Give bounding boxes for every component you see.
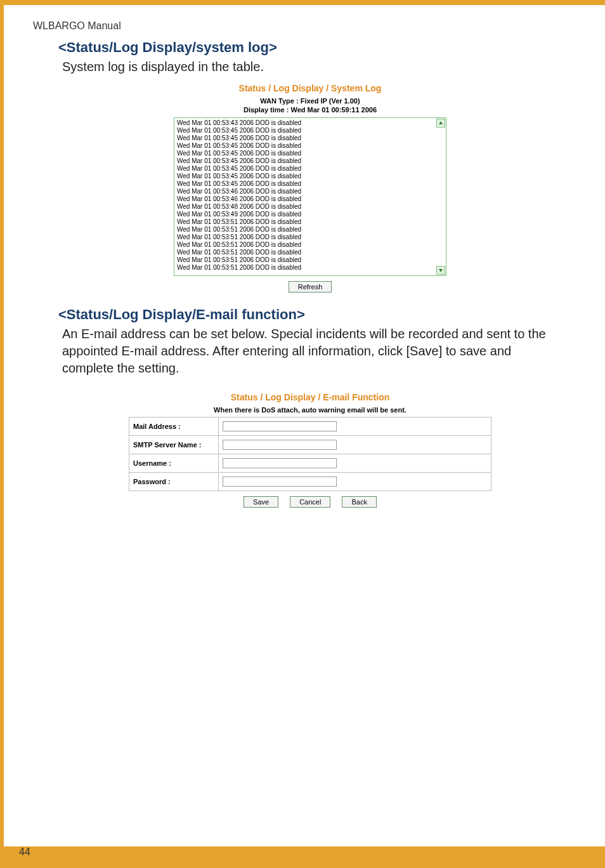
cancel-button[interactable]: Cancel xyxy=(290,496,330,508)
log-line: Wed Mar 01 00:53:43 2006 DOD is disabled xyxy=(177,119,434,127)
log-line: Wed Mar 01 00:53:45 2006 DOD is disabled xyxy=(177,180,434,188)
save-button[interactable]: Save xyxy=(244,496,278,508)
log-line: Wed Mar 01 00:53:45 2006 DOD is disabled xyxy=(177,157,434,165)
section2-text: An E-mail address can be set below. Spec… xyxy=(62,326,561,377)
log-line: Wed Mar 01 00:53:49 2006 DOD is disabled xyxy=(177,211,434,218)
mail-address-input[interactable] xyxy=(223,421,337,431)
log-line: Wed Mar 01 00:53:51 2006 DOD is disabled xyxy=(177,233,434,241)
smtp-server-label: SMTP Server Name : xyxy=(129,436,219,454)
smtp-server-input[interactable] xyxy=(223,440,337,450)
top-accent-bar xyxy=(4,0,605,5)
log-line: Wed Mar 01 00:53:51 2006 DOD is disabled xyxy=(177,256,434,264)
username-label: Username : xyxy=(129,454,219,473)
svg-marker-1 xyxy=(439,269,443,272)
system-log-textarea[interactable]: Wed Mar 01 00:53:43 2006 DOD is disabled… xyxy=(174,117,446,276)
wan-type-label: WAN Type : Fixed IP (Ver 1.00) xyxy=(260,97,360,106)
scroll-down-button[interactable] xyxy=(436,266,445,275)
email-function-figure: Status / Log Display / E-mail Function W… xyxy=(60,388,561,508)
scrollbar[interactable] xyxy=(436,119,445,275)
chevron-up-icon xyxy=(438,121,443,126)
doc-header: WLBARGO Manual xyxy=(33,20,121,32)
log-line: Wed Mar 01 00:53:45 2006 DOD is disabled xyxy=(177,173,434,180)
log-content: Wed Mar 01 00:53:43 2006 DOD is disabled… xyxy=(175,119,436,275)
log-line: Wed Mar 01 00:53:45 2006 DOD is disabled xyxy=(177,150,434,157)
log-line: Wed Mar 01 00:53:51 2006 DOD is disabled xyxy=(177,249,434,256)
breadcrumb: Status / Log Display / E-mail Function xyxy=(231,392,389,402)
log-line: Wed Mar 01 00:53:45 2006 DOD is disabled xyxy=(177,165,434,173)
username-input[interactable] xyxy=(223,458,337,468)
log-line: Wed Mar 01 00:53:46 2006 DOD is disabled xyxy=(177,195,434,203)
log-line: Wed Mar 01 00:53:51 2006 DOD is disabled xyxy=(177,264,434,272)
password-label: Password : xyxy=(129,473,219,491)
log-line: Wed Mar 01 00:53:51 2006 DOD is disabled xyxy=(177,226,434,233)
section1-text: System log is displayed in the table. xyxy=(62,58,561,76)
footer-accent-bar xyxy=(4,846,605,868)
log-line: Wed Mar 01 00:53:45 2006 DOD is disabled xyxy=(177,127,434,135)
log-line: Wed Mar 01 00:53:48 2006 DOD is disabled xyxy=(177,203,434,211)
log-line: Wed Mar 01 00:53:45 2006 DOD is disabled xyxy=(177,142,434,150)
section1-heading: <Status/Log Display/system log> xyxy=(58,39,561,56)
svg-marker-0 xyxy=(439,121,443,124)
log-line: Wed Mar 01 00:53:51 2006 DOD is disabled xyxy=(177,218,434,226)
page-number: 44 xyxy=(4,846,46,858)
display-time-label: Display time : Wed Mar 01 00:59:11 2006 xyxy=(244,106,377,115)
refresh-button[interactable]: Refresh xyxy=(289,281,332,293)
scroll-up-button[interactable] xyxy=(436,119,445,128)
section2-heading: <Status/Log Display/E-mail function> xyxy=(58,306,561,323)
log-line: Wed Mar 01 00:53:46 2006 DOD is disabled xyxy=(177,188,434,195)
password-input[interactable] xyxy=(223,477,337,487)
chevron-down-icon xyxy=(438,268,443,273)
email-form-table: Mail Address : SMTP Server Name : Userna… xyxy=(129,417,491,491)
email-intro-label: When there is DoS attach, auto warning e… xyxy=(214,406,407,415)
back-button[interactable]: Back xyxy=(342,496,376,508)
mail-address-label: Mail Address : xyxy=(129,418,219,436)
log-line: Wed Mar 01 00:53:51 2006 DOD is disabled xyxy=(177,241,434,249)
log-line: Wed Mar 01 00:53:45 2006 DOD is disabled xyxy=(177,135,434,142)
breadcrumb: Status / Log Display / System Log xyxy=(239,83,382,93)
system-log-figure: Status / Log Display / System Log WAN Ty… xyxy=(60,79,561,293)
